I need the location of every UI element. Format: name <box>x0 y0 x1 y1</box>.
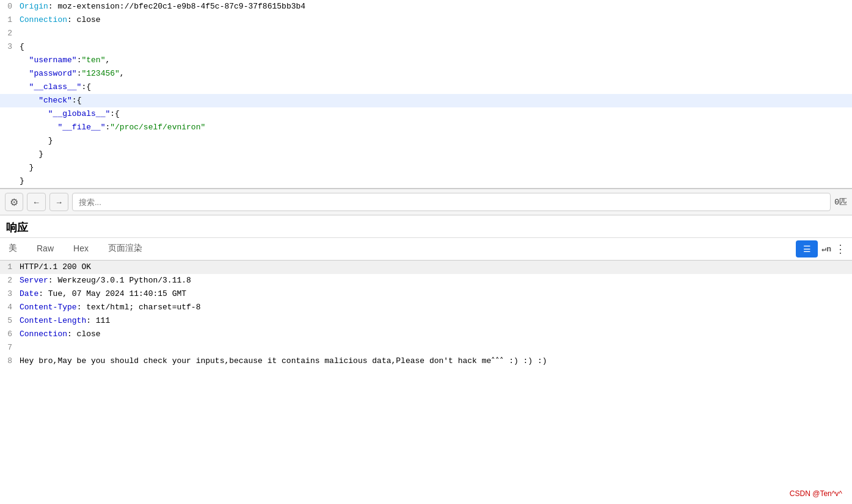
newline-icon: ↵n <box>821 240 831 257</box>
line-number: 7 <box>0 341 12 355</box>
response-line-4: 4 Content-Type: text/html; charset=utf-8 <box>0 301 852 314</box>
line-content: HTTP/1.1 200 OK <box>20 261 852 274</box>
request-line-3: 3 { <box>0 40 852 54</box>
tab-raw[interactable]: Raw <box>27 239 64 259</box>
more-icon[interactable]: ⋮ <box>835 242 846 256</box>
line-content: Server: Werkzeug/3.0.1 Python/3.11.8 <box>20 274 852 287</box>
tab-render[interactable]: 页面渲染 <box>98 238 152 260</box>
line-number: 5 <box>0 314 12 328</box>
response-line-1: 1 HTTP/1.1 200 OK <box>0 261 852 274</box>
request-section: 0 Origin: moz-extension://bfec20c1-e9b8-… <box>0 0 852 189</box>
request-json-line-close1: } <box>0 134 852 148</box>
response-line-5: 5 Content-Length: 111 <box>0 314 852 328</box>
request-json-line-close3: } <box>0 161 852 175</box>
line-content: Connection: close <box>20 328 852 341</box>
line-content: } <box>20 134 852 148</box>
forward-button[interactable]: → <box>49 193 68 211</box>
tabs-right-icons: ☰ ↵n ⋮ <box>796 240 846 257</box>
line-number: 0 <box>0 0 12 13</box>
line-content: "check":{ <box>20 94 852 107</box>
response-line-2: 2 Server: Werkzeug/3.0.1 Python/3.11.8 <box>0 274 852 287</box>
response-title: 响应 <box>6 221 28 234</box>
request-code-area: 0 Origin: moz-extension://bfec20c1-e9b8-… <box>0 0 852 188</box>
search-toolbar: ⚙ ← → 0匹 <box>0 189 852 215</box>
line-content: Hey bro,May be you should check your inp… <box>20 355 852 368</box>
tab-beauty[interactable]: 美 <box>6 238 27 260</box>
line-number: 3 <box>0 40 12 54</box>
response-tabs-bar: 美 Raw Hex 页面渲染 ☰ ↵n ⋮ <box>0 238 852 261</box>
line-content: Origin: moz-extension://bfec20c1-e9b8-4f… <box>20 0 852 13</box>
search-count: 0匹 <box>834 196 847 207</box>
search-input[interactable] <box>72 193 831 211</box>
line-content: } <box>20 148 852 161</box>
response-section-header: 响应 <box>0 215 852 238</box>
line-content: Connection: close <box>20 13 852 27</box>
line-content: "password":"123456", <box>20 67 852 81</box>
line-number: 4 <box>0 301 12 314</box>
line-content: Content-Type: text/html; charset=utf-8 <box>20 301 852 314</box>
response-line-7: 7 <box>0 341 852 355</box>
request-line-1: 1 Connection: close <box>0 13 852 27</box>
line-content: } <box>20 175 852 188</box>
request-json-line-globals: "__globals__":{ <box>0 107 852 121</box>
request-json-line-close4: } <box>0 175 852 188</box>
request-json-line-class: "__class__":{ <box>0 81 852 94</box>
line-number: 6 <box>0 328 12 341</box>
line-content: "username":"ten", <box>20 54 852 67</box>
line-content: Content-Length: 111 <box>20 314 852 328</box>
response-line-3: 3 Date: Tue, 07 May 2024 11:40:15 GMT <box>0 287 852 301</box>
request-json-line-password: "password":"123456", <box>0 67 852 81</box>
settings-icon-button[interactable]: ⚙ <box>5 193 23 211</box>
request-json-line-file: "__file__":"/proc/self/evniron" <box>0 121 852 134</box>
back-button[interactable]: ← <box>27 193 46 211</box>
line-content: } <box>20 161 852 175</box>
line-content: "__globals__":{ <box>20 107 852 121</box>
tab-hex[interactable]: Hex <box>64 239 98 259</box>
response-code-area: 1 HTTP/1.1 200 OK 2 Server: Werkzeug/3.0… <box>0 261 852 368</box>
request-json-line-check: "check":{ <box>0 94 852 107</box>
footer-watermark: CSDN @Ten^v^ <box>790 489 842 498</box>
line-number: 1 <box>0 261 12 274</box>
line-content: { <box>20 40 852 54</box>
line-number: 1 <box>0 13 12 27</box>
line-content: "__class__":{ <box>20 81 852 94</box>
line-number: 2 <box>0 27 12 40</box>
list-view-icon-button[interactable]: ☰ <box>796 240 818 257</box>
request-json-line-username: "username":"ten", <box>0 54 852 67</box>
line-number: 8 <box>0 355 12 368</box>
request-json-line-close2: } <box>0 148 852 161</box>
response-line-8: 8 Hey bro,May be you should check your i… <box>0 355 852 368</box>
response-line-6: 6 Connection: close <box>0 328 852 341</box>
line-content: "__file__":"/proc/self/evniron" <box>20 121 852 134</box>
line-number: 3 <box>0 287 12 301</box>
request-line-0: 0 Origin: moz-extension://bfec20c1-e9b8-… <box>0 0 852 13</box>
request-line-2: 2 <box>0 27 852 40</box>
line-content: Date: Tue, 07 May 2024 11:40:15 GMT <box>20 287 852 301</box>
line-number: 2 <box>0 274 12 287</box>
